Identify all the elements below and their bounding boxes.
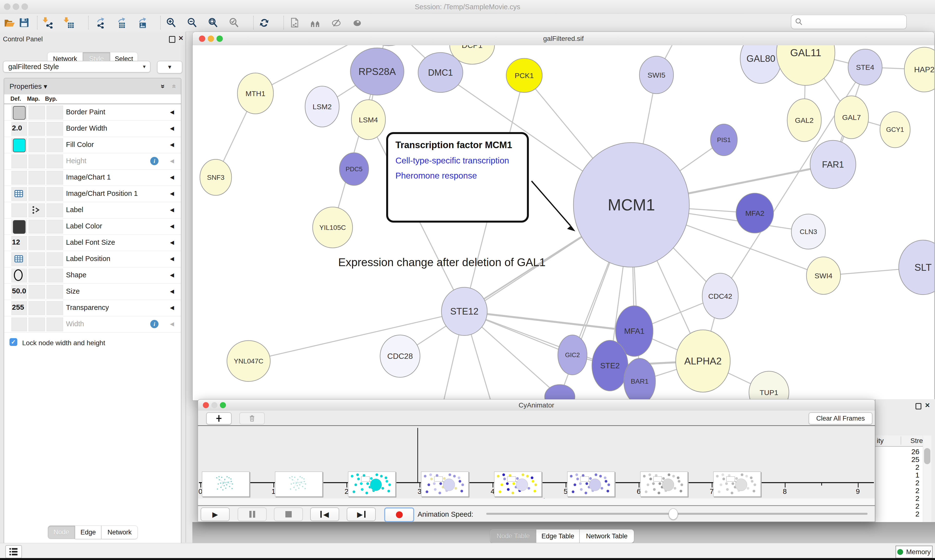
bypass-cell[interactable] [46, 106, 63, 120]
property-row-width[interactable]: Widthi◀ [4, 316, 181, 332]
add-frame-button[interactable] [206, 412, 231, 425]
collapse-all-icon[interactable]: » [170, 85, 178, 89]
expand-row-icon[interactable]: ◀ [170, 223, 174, 229]
export-network-icon[interactable] [93, 17, 105, 29]
frame-thumbnail-2[interactable] [275, 471, 322, 497]
table-row[interactable]: 2 [915, 463, 920, 471]
expand-all-icon[interactable]: » [159, 85, 168, 89]
property-row-image-chart-1[interactable]: Image/Chart 1◀ [4, 169, 181, 186]
property-row-border-width[interactable]: Border Width2.0◀ [4, 120, 181, 137]
stop-button[interactable] [274, 508, 303, 521]
default-value[interactable]: 12 [12, 238, 20, 246]
annotation-link[interactable]: Pheromone response [395, 171, 527, 180]
mapping-cell[interactable] [28, 106, 45, 120]
mapping-cell[interactable] [28, 252, 45, 266]
info-icon[interactable]: i [150, 157, 159, 165]
expand-row-icon[interactable]: ◀ [170, 207, 174, 213]
bypass-cell[interactable] [46, 317, 63, 331]
frame-thumbnail-1[interactable] [202, 471, 250, 497]
expand-row-icon[interactable]: ◀ [170, 109, 174, 115]
bypass-cell[interactable] [46, 122, 63, 136]
network-node-GAL80[interactable] [740, 45, 782, 83]
frame-timeline[interactable]: 0123456789Seconds [198, 426, 875, 497]
clear-all-frames-button[interactable]: Clear All Frames [808, 412, 872, 425]
tab-node-table[interactable]: Node Table [490, 529, 536, 543]
table-row[interactable]: 2 [915, 510, 920, 518]
expand-row-icon[interactable]: ◀ [170, 305, 174, 311]
expand-row-icon[interactable]: ◀ [170, 321, 174, 327]
frame-thumbnail-7[interactable] [640, 471, 688, 497]
frame-thumbnail-5[interactable] [494, 471, 542, 497]
style-options-button[interactable]: ▼ [157, 61, 182, 74]
style-selector[interactable]: galFiltered Style ▾ [3, 61, 150, 72]
bypass-cell[interactable] [46, 138, 63, 152]
table-row[interactable]: 26 [911, 448, 920, 456]
property-row-transparency[interactable]: Transparency255◀ [4, 300, 181, 316]
frame-thumbnail-4[interactable] [421, 471, 469, 497]
bypass-cell[interactable] [46, 252, 63, 266]
record-button[interactable] [384, 508, 414, 522]
network-annotation[interactable]: Transcription factor MCM1 Cell-type-spec… [386, 132, 529, 223]
tab-edge-table[interactable]: Edge Table [536, 529, 580, 543]
mapping-cell[interactable] [28, 122, 45, 136]
mapping-cell[interactable] [28, 269, 45, 282]
position-icon[interactable] [14, 255, 24, 264]
tab-network[interactable]: Network [101, 525, 138, 539]
bypass-cell[interactable] [46, 236, 63, 250]
zoom-in-icon[interactable] [165, 17, 177, 29]
close-panel-icon[interactable]: ✕ [925, 402, 930, 409]
property-row-size[interactable]: Size50.0◀ [4, 283, 181, 300]
tab-edge[interactable]: Edge [75, 525, 101, 539]
mapping-cell[interactable] [28, 154, 45, 168]
mapping-cell[interactable] [28, 138, 45, 152]
mapping-cell[interactable] [28, 220, 45, 234]
frame-thumbnail-8[interactable] [713, 471, 761, 497]
save-icon[interactable] [18, 17, 30, 29]
snapshot-doc-icon[interactable] [288, 17, 301, 29]
binoculars-icon[interactable] [309, 17, 321, 29]
bypass-cell[interactable] [46, 187, 63, 201]
default-cell[interactable] [11, 171, 27, 185]
export-image-icon[interactable] [135, 17, 147, 29]
default-value[interactable]: 50.0 [12, 287, 26, 295]
bypass-cell[interactable] [46, 171, 63, 185]
network-edge[interactable] [248, 311, 464, 361]
default-value[interactable]: 2.0 [12, 124, 22, 132]
timeline-playhead[interactable] [417, 428, 418, 482]
table-scrollbar[interactable] [923, 435, 931, 522]
open-icon[interactable] [3, 17, 15, 29]
network-canvas[interactable]: DCP1RPS28ADMC1PCK1SWI5GAL80GAL11STE4HAP2… [193, 45, 934, 400]
expand-row-icon[interactable]: ◀ [170, 142, 174, 148]
mapping-cell[interactable] [28, 317, 45, 331]
network-edge[interactable] [333, 72, 377, 228]
float-panel-icon[interactable] [169, 36, 175, 43]
property-row-height[interactable]: Heighti◀ [4, 153, 181, 169]
frame-thumbnail-3[interactable] [348, 471, 396, 497]
eye-hidden-icon[interactable] [330, 17, 343, 29]
memory-button[interactable]: Memory [896, 546, 933, 558]
color-swatch[interactable] [13, 138, 26, 152]
ellipse-shape-icon[interactable] [13, 269, 24, 282]
expand-row-icon[interactable]: ◀ [170, 256, 174, 262]
color-swatch[interactable] [13, 220, 26, 234]
mapping-cell[interactable] [28, 171, 45, 185]
property-row-border-paint[interactable]: Border Paint◀ [4, 104, 181, 121]
close-panel-icon[interactable]: ✕ [178, 35, 184, 42]
expand-row-icon[interactable]: ◀ [170, 272, 174, 278]
table-row[interactable]: 2 [915, 494, 920, 503]
property-row-image-chart-position-1[interactable]: Image/Chart Position 1◀ [4, 186, 181, 202]
expand-row-icon[interactable]: ◀ [170, 174, 174, 180]
annotation-link[interactable]: Cell-type-specific transcription [395, 156, 527, 165]
default-value[interactable]: 255 [12, 303, 24, 311]
search-field[interactable] [791, 15, 907, 29]
expand-row-icon[interactable]: ◀ [170, 125, 174, 132]
delete-frame-button[interactable] [239, 412, 265, 425]
default-cell[interactable] [11, 317, 27, 331]
position-icon[interactable] [14, 189, 24, 199]
export-table-icon[interactable] [114, 17, 126, 29]
table-row[interactable]: 2 [915, 479, 920, 487]
property-row-label[interactable]: Label◀ [4, 202, 181, 218]
info-icon[interactable]: i [150, 320, 159, 328]
search-input[interactable] [803, 18, 896, 26]
previous-frame-button[interactable]: ◀ [310, 508, 339, 521]
